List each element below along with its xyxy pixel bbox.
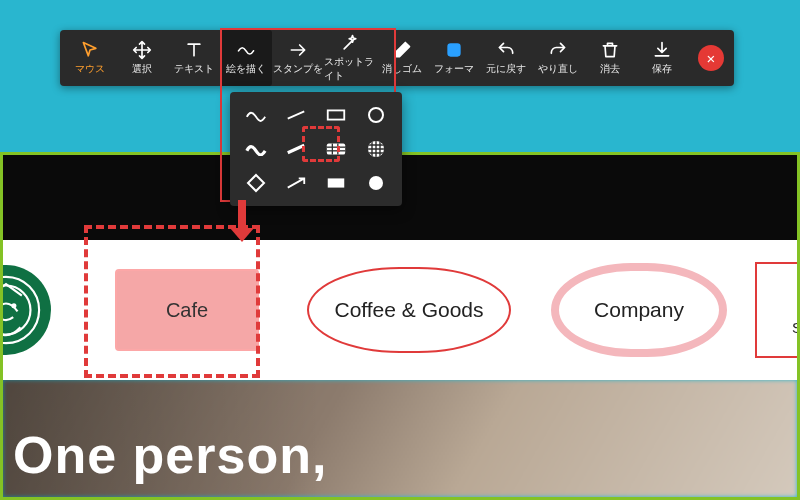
hero-title: One person,: [13, 425, 327, 485]
nav-item-coffee-goods[interactable]: Coffee & Goods: [307, 267, 511, 353]
redo-icon: [548, 40, 568, 60]
text-icon: [184, 40, 204, 60]
tool-text[interactable]: テキスト: [168, 30, 220, 86]
tool-label: フォーマ: [434, 62, 474, 76]
svg-point-24: [369, 176, 383, 190]
shape-rect-outline[interactable]: [318, 100, 354, 130]
shape-wave[interactable]: [238, 100, 274, 130]
cursor-icon: [80, 40, 100, 60]
tool-label: 絵を描く: [226, 62, 266, 76]
shape-line-thick[interactable]: [278, 134, 314, 164]
wand-icon: [340, 33, 360, 53]
svg-rect-23: [328, 178, 345, 187]
arrow-right-icon: [288, 40, 308, 60]
format-icon: [444, 40, 464, 60]
tool-label: 消去: [600, 62, 620, 76]
move-icon: [132, 40, 152, 60]
svg-rect-8: [328, 110, 345, 119]
shape-diamond-outline[interactable]: [238, 168, 274, 198]
annotation-arrow-icon: [238, 200, 254, 242]
nav-label: Cafe: [166, 299, 208, 322]
nav-label: Service: [792, 319, 800, 336]
close-icon: ×: [707, 50, 716, 67]
tool-label: マウス: [75, 62, 105, 76]
nav-item-company[interactable]: Company: [551, 263, 727, 357]
tool-select[interactable]: 選択: [116, 30, 168, 86]
svg-point-9: [369, 108, 383, 122]
tool-label: 保存: [652, 62, 672, 76]
tilde-icon: [236, 40, 256, 60]
nav-label: Coffee & Goods: [334, 298, 483, 322]
eraser-icon: [392, 40, 412, 60]
shape-circle-solid[interactable]: [358, 168, 394, 198]
svg-rect-7: [448, 44, 460, 56]
draw-shapes-popup: [230, 92, 402, 206]
tool-save[interactable]: 保存: [636, 30, 688, 86]
tool-label: やり直し: [538, 62, 578, 76]
svg-rect-10: [327, 144, 345, 155]
shape-circle-grid[interactable]: [358, 134, 394, 164]
tool-label: 選択: [132, 62, 152, 76]
tool-label: スタンプを: [273, 62, 323, 76]
shape-wave-thick[interactable]: [238, 134, 274, 164]
undo-icon: [496, 40, 516, 60]
toolbar-close-button[interactable]: ×: [698, 45, 724, 71]
tool-eraser[interactable]: 消しゴム: [376, 30, 428, 86]
nav-item-service[interactable]: Service: [755, 262, 800, 358]
trash-icon: [600, 40, 620, 60]
tool-label: 元に戻す: [486, 62, 526, 76]
tool-mouse[interactable]: マウス: [64, 30, 116, 86]
shape-rect-grid[interactable]: [318, 134, 354, 164]
shape-arrow-line[interactable]: [278, 168, 314, 198]
tool-format[interactable]: フォーマ: [428, 30, 480, 86]
tool-label: テキスト: [174, 62, 214, 76]
tool-label: スポットライト: [324, 55, 376, 83]
shape-line[interactable]: [278, 100, 314, 130]
svg-point-3: [0, 303, 1, 308]
tool-label: 消しゴム: [382, 62, 422, 76]
shape-circle-outline[interactable]: [358, 100, 394, 130]
tool-undo[interactable]: 元に戻す: [480, 30, 532, 86]
annotation-toolbar: マウス 選択 テキスト 絵を描く スタンプを スポットライト 消しゴム フォーマ…: [60, 30, 734, 86]
shape-rect-solid[interactable]: [318, 168, 354, 198]
tool-spotlight[interactable]: スポットライト: [324, 30, 376, 86]
nav-item-cafe[interactable]: Cafe: [115, 269, 259, 351]
tool-draw[interactable]: 絵を描く: [220, 30, 272, 86]
tool-stamp[interactable]: スタンプを: [272, 30, 324, 86]
download-icon: [652, 40, 672, 60]
tool-redo[interactable]: やり直し: [532, 30, 584, 86]
nav-label: Company: [594, 298, 684, 322]
tool-clear[interactable]: 消去: [584, 30, 636, 86]
